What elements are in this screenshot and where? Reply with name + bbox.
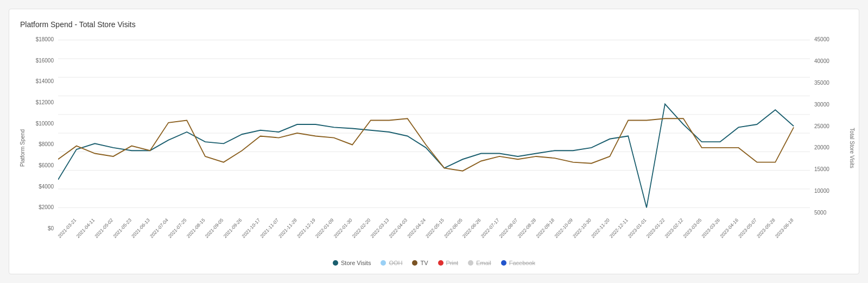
legend-item-tv: TV — [412, 260, 428, 266]
legend-dot-print — [438, 260, 443, 266]
legend: Store Visits OOH TV Print Email Facebook — [20, 255, 848, 268]
y-tick-right-1: 40000 — [814, 58, 829, 64]
y-axis-right: 45000 40000 35000 30000 25000 20000 1500… — [810, 34, 848, 234]
y-tick-right-2: 35000 — [814, 80, 829, 86]
svg-text:2022-01-09: 2022-01-09 — [314, 217, 334, 239]
svg-text:2022-08-28: 2022-08-28 — [517, 217, 537, 239]
y-tick-left-9: $0 — [48, 225, 54, 231]
svg-text:2022-08-07: 2022-08-07 — [498, 217, 518, 239]
y-tick-right-8: 5000 — [814, 210, 826, 216]
svg-text:2022-05-15: 2022-05-15 — [425, 217, 445, 239]
legend-dot-email — [468, 260, 473, 266]
svg-text:2021-10-17: 2021-10-17 — [241, 217, 261, 239]
svg-text:2022-06-05: 2022-06-05 — [443, 217, 463, 239]
svg-text:2023-03-05: 2023-03-05 — [682, 217, 702, 239]
legend-item-ooh: OOH — [381, 260, 402, 266]
y-axis-left-label: Platform Spend — [20, 129, 26, 167]
legend-label-ooh: OOH — [389, 260, 402, 266]
svg-text:2021-05-23: 2021-05-23 — [112, 217, 132, 239]
y-tick-left-0: $18000 — [36, 36, 54, 42]
y-tick-left-3: $12000 — [36, 99, 54, 105]
legend-dot-tv — [412, 260, 417, 266]
y-tick-left-1: $16000 — [36, 58, 54, 64]
legend-label-tv: TV — [420, 260, 428, 266]
chart-container: Platform Spend - Total Store Visits $180… — [9, 9, 859, 274]
svg-text:2021-06-13: 2021-06-13 — [130, 217, 150, 239]
legend-item-store-visits: Store Visits — [333, 260, 371, 266]
y-tick-right-0: 45000 — [814, 36, 829, 42]
svg-text:2023-05-28: 2023-05-28 — [756, 217, 776, 239]
chart-area: $18000 $16000 $14000 $12000 $10000 $8000… — [20, 34, 848, 255]
y-tick-left-4: $10000 — [36, 121, 54, 127]
svg-text:2021-11-28: 2021-11-28 — [277, 217, 297, 239]
y-axis-left: $18000 $16000 $14000 $12000 $10000 $8000… — [20, 34, 58, 234]
chart-title: Platform Spend - Total Store Visits — [20, 20, 848, 29]
legend-item-email: Email — [468, 260, 491, 266]
y-tick-left-5: $8000 — [39, 141, 54, 147]
y-tick-left-8: $2000 — [39, 204, 54, 210]
svg-text:2022-04-03: 2022-04-03 — [388, 217, 408, 239]
svg-text:2021-09-05: 2021-09-05 — [204, 217, 224, 239]
svg-text:2023-03-26: 2023-03-26 — [701, 217, 721, 239]
legend-item-facebook: Facebook — [501, 260, 535, 266]
legend-label-store-visits: Store Visits — [341, 260, 371, 266]
svg-text:2022-10-30: 2022-10-30 — [572, 217, 592, 239]
svg-text:2021-07-04: 2021-07-04 — [149, 217, 169, 239]
legend-label-print: Print — [446, 260, 459, 266]
svg-text:2023-01-01: 2023-01-01 — [627, 217, 647, 239]
svg-text:2022-09-18: 2022-09-18 — [535, 217, 555, 239]
y-tick-right-7: 10000 — [814, 188, 829, 194]
legend-dot-ooh — [381, 260, 386, 266]
svg-text:2021-11-07: 2021-11-07 — [259, 217, 279, 239]
x-axis-labels: 2021-02-28 2021-03-21 2021-04-11 2021-05… — [58, 217, 795, 239]
plot-area: .gridline { stroke: #e5e5e5; stroke-widt… — [58, 34, 810, 255]
svg-text:2022-01-30: 2022-01-30 — [333, 217, 353, 239]
svg-text:2023-05-07: 2023-05-07 — [737, 217, 757, 239]
svg-text:2022-12-11: 2022-12-11 — [609, 217, 629, 239]
svg-text:2023-06-18: 2023-06-18 — [774, 217, 794, 239]
svg-text:2021-07-25: 2021-07-25 — [167, 217, 187, 239]
svg-text:2022-11-20: 2022-11-20 — [590, 217, 610, 239]
svg-text:2021-08-15: 2021-08-15 — [186, 217, 206, 239]
svg-text:2022-02-20: 2022-02-20 — [351, 217, 371, 239]
svg-text:2021-04-11: 2021-04-11 — [75, 217, 96, 239]
y-tick-right-6: 15000 — [814, 166, 829, 172]
y-axis-right-label: Total Store Visits — [848, 128, 854, 168]
svg-text:2022-07-17: 2022-07-17 — [480, 217, 500, 239]
svg-text:2023-02-12: 2023-02-12 — [664, 217, 684, 239]
svg-text:2022-03-13: 2022-03-13 — [370, 217, 390, 239]
y-tick-right-3: 30000 — [814, 102, 829, 108]
legend-label-facebook: Facebook — [509, 260, 535, 266]
svg-text:2023-01-22: 2023-01-22 — [645, 217, 666, 239]
svg-text:2022-04-24: 2022-04-24 — [407, 217, 427, 239]
y-tick-left-7: $4000 — [39, 184, 54, 190]
svg-text:2021-05-02: 2021-05-02 — [94, 217, 114, 239]
legend-item-print: Print — [438, 260, 459, 266]
chart-svg: .gridline { stroke: #e5e5e5; stroke-widt… — [58, 34, 810, 255]
legend-dot-facebook — [501, 260, 506, 266]
svg-text:2022-10-09: 2022-10-09 — [554, 217, 574, 239]
svg-text:2021-09-26: 2021-09-26 — [223, 217, 243, 239]
svg-text:2021-03-21: 2021-03-21 — [58, 217, 77, 239]
svg-text:2021-12-19: 2021-12-19 — [296, 217, 316, 239]
legend-dot-store-visits — [333, 260, 338, 266]
legend-label-email: Email — [476, 260, 491, 266]
y-tick-right-4: 25000 — [814, 123, 829, 129]
svg-text:2022-06-26: 2022-06-26 — [461, 217, 481, 239]
y-tick-right-5: 20000 — [814, 144, 829, 150]
svg-text:2023-04-16: 2023-04-16 — [719, 217, 739, 239]
y-tick-left-6: $6000 — [39, 162, 54, 168]
y-tick-left-2: $14000 — [36, 78, 54, 84]
